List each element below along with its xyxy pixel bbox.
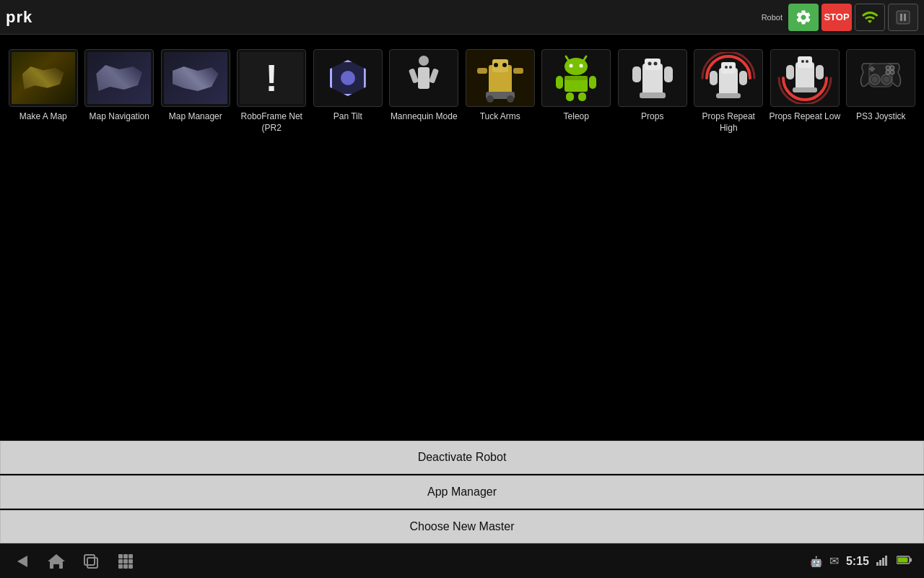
pantilt-icon [316, 52, 380, 104]
svg-rect-27 [632, 66, 641, 82]
svg-rect-65 [123, 564, 128, 569]
deactivate-robot-button[interactable]: Deactivate Robot [0, 441, 924, 474]
svg-point-5 [494, 63, 498, 67]
battery-icon [897, 555, 912, 567]
app-item-tuck-arms[interactable]: Tuck Arms [464, 49, 536, 134]
svg-rect-58 [118, 554, 123, 558]
stop-label: STOP [824, 12, 849, 22]
app-icon-map-navigation [84, 49, 154, 107]
app-item-props-repeat-high[interactable]: Props Repeat High [693, 49, 765, 134]
svg-point-32 [725, 66, 728, 69]
svg-point-53 [886, 70, 890, 74]
svg-point-26 [653, 62, 657, 66]
svg-point-51 [886, 66, 890, 70]
signal-icon [876, 553, 889, 569]
recents-icon [81, 551, 101, 571]
svg-point-33 [729, 66, 732, 69]
svg-rect-35 [739, 71, 747, 85]
app-item-pan-tilt[interactable]: Pan Tilt [312, 49, 384, 134]
svg-rect-69 [882, 558, 884, 566]
app-item-props[interactable]: Props [616, 49, 689, 134]
app-item-roboframe[interactable]: ! RoboFrame Net (PR2 [236, 49, 308, 134]
svg-point-25 [648, 62, 651, 66]
app-label-map-navigation: Map Navigation [90, 111, 149, 123]
svg-point-11 [507, 95, 514, 103]
app-manager-button[interactable]: App Manager [0, 475, 924, 509]
back-icon [12, 551, 32, 571]
mannequin-icon [392, 52, 456, 104]
svg-rect-67 [876, 562, 879, 566]
app-item-make-a-map[interactable]: Make A Map [7, 49, 79, 134]
props-rl-svg-icon [773, 52, 837, 104]
map-mgr-icon [164, 52, 227, 104]
main-content: Make A Map Map Navigation Map Manager ! … [0, 35, 924, 439]
power-button[interactable] [888, 4, 918, 31]
choose-new-master-button[interactable]: Choose New Master [0, 510, 924, 543]
svg-rect-73 [898, 558, 908, 563]
svg-rect-2 [904, 14, 906, 21]
svg-point-48 [884, 77, 889, 82]
svg-rect-62 [123, 559, 128, 564]
pantilt-inner [341, 71, 355, 85]
app-label-props-repeat-high: Props Repeat High [693, 111, 765, 134]
back-button[interactable] [12, 551, 32, 571]
app-icon-props [618, 49, 687, 107]
recents-button[interactable] [81, 551, 101, 571]
stop-button[interactable]: STOP [821, 4, 852, 31]
svg-rect-43 [793, 87, 817, 92]
battery-svg [897, 555, 912, 565]
tuck-arms-svg-icon [468, 52, 532, 104]
svg-rect-0 [897, 11, 910, 24]
svg-rect-70 [885, 556, 887, 566]
svg-rect-34 [710, 71, 718, 85]
home-button[interactable] [46, 551, 66, 571]
svg-rect-38 [798, 56, 812, 68]
app-icon-roboframe: ! [237, 49, 306, 107]
app-label-roboframe: RoboFrame Net (PR2 [236, 111, 308, 134]
svg-point-39 [801, 60, 804, 63]
svg-point-6 [502, 63, 507, 67]
svg-rect-59 [123, 554, 128, 558]
app-item-ps3-joystick[interactable]: PS3 Joystick [845, 49, 918, 134]
svg-rect-8 [513, 68, 523, 74]
svg-rect-24 [645, 59, 661, 70]
system-navbar: 🤖 ✉ 5:15 [0, 543, 924, 578]
svg-point-40 [806, 60, 808, 63]
svg-point-46 [872, 77, 878, 82]
settings-button[interactable] [788, 4, 819, 31]
wifi-button[interactable] [855, 4, 885, 31]
robot-label: Robot [762, 13, 783, 22]
svg-rect-60 [128, 554, 133, 558]
svg-rect-22 [565, 76, 588, 80]
app-item-mannequin-mode[interactable]: Mannequin Mode [388, 49, 461, 134]
app-icon-pan-tilt [313, 49, 383, 107]
svg-rect-64 [118, 564, 123, 569]
app-item-teleop[interactable]: Teleop [541, 49, 613, 134]
app-item-map-navigation[interactable]: Map Navigation [84, 49, 156, 134]
map-nav-icon [87, 52, 151, 104]
teleop-svg-icon [544, 52, 608, 104]
svg-rect-18 [556, 76, 563, 89]
navbar-left [12, 551, 136, 571]
svg-point-15 [570, 64, 573, 68]
app-icon-ps3-joystick [846, 49, 915, 107]
navbar-right: 🤖 ✉ 5:15 [810, 553, 912, 569]
app-title: prk [6, 8, 32, 27]
app-manager-label: App Manager [427, 486, 497, 499]
mannequin-head [419, 56, 429, 66]
app-item-props-repeat-low[interactable]: Props Repeat Low [769, 49, 841, 134]
svg-point-10 [487, 95, 494, 103]
svg-rect-31 [721, 62, 736, 74]
app-icon-map-manager [161, 49, 230, 107]
status-time: 5:15 [846, 555, 869, 568]
app-icon-props-repeat-low [770, 49, 840, 107]
debug-icon: 🤖 [810, 556, 822, 567]
svg-rect-36 [716, 93, 741, 98]
grid-button[interactable] [116, 551, 136, 571]
app-label-mannequin-mode: Mannequin Mode [391, 111, 458, 123]
svg-rect-42 [816, 65, 824, 79]
app-item-map-manager[interactable]: Map Manager [160, 49, 232, 134]
svg-rect-21 [578, 92, 586, 101]
props-rh-svg-icon [697, 52, 760, 104]
mannequin-arm-left [409, 68, 419, 84]
